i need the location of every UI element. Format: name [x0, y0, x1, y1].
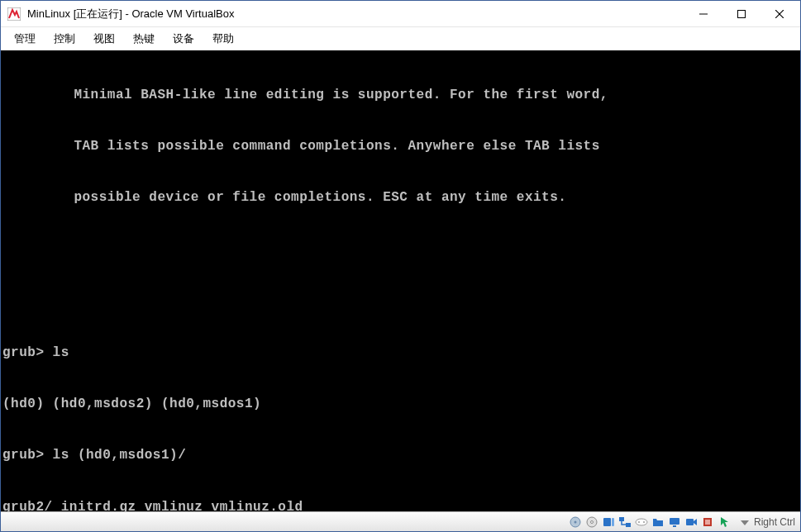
grub-help-line: TAB lists possible command completions. … — [2, 138, 799, 155]
harddisk-icon[interactable] — [568, 515, 583, 530]
close-button[interactable] — [760, 2, 799, 26]
menu-machine[interactable]: 控制 — [45, 29, 83, 49]
window-controls — [684, 2, 799, 26]
svg-rect-2 — [738, 10, 746, 17]
svg-rect-11 — [619, 517, 624, 521]
menu-view[interactable]: 视图 — [85, 29, 123, 49]
virtualbox-window: MinLinux [正在运行] - Oracle VM VirtualBox 管… — [0, 0, 801, 532]
svg-rect-10 — [612, 518, 614, 526]
svg-rect-12 — [626, 523, 631, 527]
menu-manage[interactable]: 管理 — [6, 29, 44, 49]
terminal-line: (hd0) (hd0,msdos2) (hd0,msdos1) — [2, 396, 799, 413]
network-icon[interactable] — [617, 515, 632, 530]
maximize-button[interactable] — [722, 2, 760, 26]
menu-devices[interactable]: 设备 — [164, 29, 203, 49]
hostkey-arrow-icon — [739, 516, 751, 528]
statusbar: Right Ctrl — [1, 511, 800, 531]
shared-folders-icon[interactable] — [651, 515, 665, 530]
svg-rect-17 — [673, 525, 676, 527]
optical-icon[interactable] — [584, 515, 599, 530]
status-icons — [568, 515, 732, 530]
minimize-button[interactable] — [684, 2, 722, 26]
audio-icon[interactable] — [601, 515, 616, 530]
cpu-icon[interactable] — [700, 515, 715, 530]
terminal-line: grub> ls — [2, 344, 799, 362]
window-title: MinLinux [正在运行] - Oracle VM VirtualBox — [27, 7, 684, 21]
terminal-blank — [2, 292, 799, 310]
svg-point-8 — [590, 520, 593, 523]
terminal-blank — [2, 241, 799, 259]
grub-help-line: possible device or file completions. ESC… — [2, 189, 799, 207]
hostkey-indicator[interactable]: Right Ctrl — [739, 516, 795, 528]
terminal-line: grub2/ initrd.gz vmlinuz vmlinuz.old — [2, 499, 799, 511]
svg-point-15 — [643, 521, 645, 523]
menu-help[interactable]: 帮助 — [204, 29, 242, 49]
svg-rect-18 — [686, 519, 694, 525]
menu-input[interactable]: 热键 — [125, 29, 163, 49]
svg-point-6 — [574, 520, 576, 523]
terminal-line: grub> ls (hd0,msdos1)/ — [2, 447, 799, 464]
mouse-integration-icon[interactable] — [717, 515, 732, 530]
guest-terminal[interactable]: Minimal BASH-like line editing is suppor… — [1, 50, 800, 511]
menubar: 管理 控制 视图 热键 设备 帮助 — [1, 27, 800, 50]
recording-icon[interactable] — [684, 515, 698, 530]
grub-help-line: Minimal BASH-like line editing is suppor… — [2, 87, 799, 104]
usb-icon[interactable] — [634, 515, 649, 530]
svg-point-14 — [638, 521, 640, 523]
titlebar[interactable]: MinLinux [正在运行] - Oracle VM VirtualBox — [1, 1, 800, 27]
svg-rect-20 — [705, 520, 710, 525]
svg-rect-16 — [670, 518, 679, 525]
display-icon[interactable] — [667, 515, 682, 530]
hostkey-label: Right Ctrl — [754, 516, 795, 528]
svg-rect-9 — [603, 518, 611, 526]
app-icon — [7, 7, 21, 21]
svg-point-13 — [636, 519, 647, 525]
